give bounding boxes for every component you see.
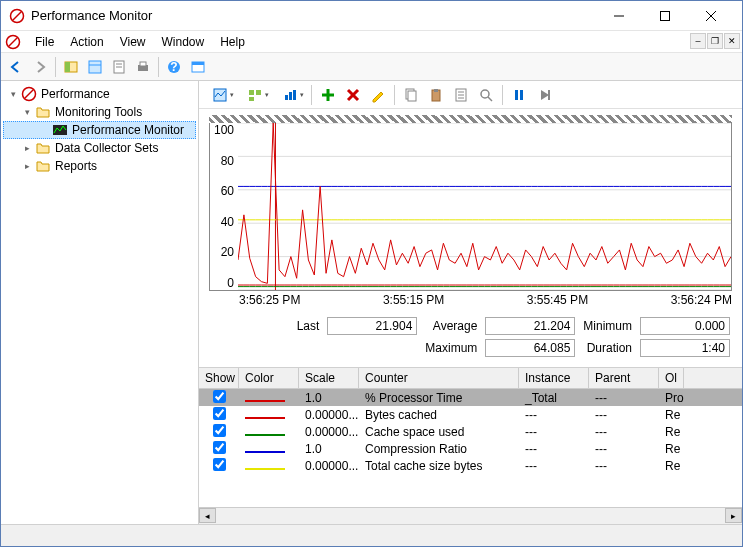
maximize-button[interactable] [642, 1, 688, 31]
folder-icon [35, 158, 51, 174]
performance-chart[interactable]: 100 80 60 40 20 0 [209, 123, 732, 291]
scroll-left-button[interactable]: ◂ [199, 508, 216, 523]
hdr-parent[interactable]: Parent [589, 368, 659, 388]
scale-cell: 1.0 [299, 390, 359, 406]
svg-rect-26 [256, 90, 261, 95]
tree-label: Data Collector Sets [55, 141, 158, 155]
parent-cell: --- [589, 458, 659, 474]
table-row[interactable]: 1.0% Processor Time_Total---Pro [199, 389, 742, 406]
tree-label: Performance [41, 87, 110, 101]
show-checkbox[interactable] [213, 458, 226, 471]
expand-icon[interactable]: ▸ [21, 142, 33, 154]
scale-cell: 0.00000... [299, 407, 359, 423]
scale-cell: 1.0 [299, 441, 359, 457]
menu-action[interactable]: Action [62, 32, 111, 52]
show-hide-tree-button[interactable] [60, 56, 82, 78]
chart-wrap: 100 80 60 40 20 0 3:56:25 PM 3:55:15 PM … [199, 109, 742, 309]
menu-window[interactable]: Window [154, 32, 213, 52]
scroll-right-button[interactable]: ▸ [725, 508, 742, 523]
tree-panel[interactable]: ▾ Performance ▾ Monitoring Tools Perform… [1, 81, 199, 524]
horizontal-scrollbar[interactable]: ◂ ▸ [199, 507, 742, 524]
status-bar [1, 524, 742, 546]
max-label: Maximum [425, 341, 477, 355]
freeze-button[interactable] [507, 83, 531, 107]
back-button[interactable] [5, 56, 27, 78]
last-label: Last [297, 319, 320, 333]
graph-type-button[interactable] [273, 83, 307, 107]
mdi-minimize-button[interactable]: – [690, 33, 706, 49]
chart-panel: 100 80 60 40 20 0 3:56:25 PM 3:55:15 PM … [199, 81, 742, 524]
hdr-color[interactable]: Color [239, 368, 299, 388]
table-row[interactable]: 1.0Compression Ratio------Re [199, 440, 742, 457]
tree-root-performance[interactable]: ▾ Performance [3, 85, 196, 103]
app-icon [9, 8, 25, 24]
print-button[interactable] [132, 56, 154, 78]
table-row[interactable]: 0.00000...Bytes cached------Re [199, 406, 742, 423]
menu-view[interactable]: View [112, 32, 154, 52]
main-area: ▾ Performance ▾ Monitoring Tools Perform… [1, 81, 742, 524]
hdr-object[interactable]: Ol [659, 368, 684, 388]
new-window-button[interactable] [187, 56, 209, 78]
svg-rect-46 [520, 90, 523, 100]
update-button[interactable] [532, 83, 556, 107]
forward-button[interactable] [29, 56, 51, 78]
counter-cell: Bytes cached [359, 407, 519, 423]
show-checkbox[interactable] [213, 441, 226, 454]
max-value: 64.085 [485, 339, 575, 357]
y-axis: 100 80 60 40 20 0 [210, 123, 238, 290]
hdr-counter[interactable]: Counter [359, 368, 519, 388]
counters-table: Show Color Scale Counter Instance Parent… [199, 367, 742, 524]
show-checkbox[interactable] [213, 424, 226, 437]
table-row[interactable]: 0.00000...Total cache size bytes------Re [199, 457, 742, 474]
view-log-button[interactable] [203, 83, 237, 107]
hdr-scale[interactable]: Scale [299, 368, 359, 388]
svg-rect-28 [285, 95, 288, 100]
tree-data-collector-sets[interactable]: ▸ Data Collector Sets [3, 139, 196, 157]
properties-button[interactable] [84, 56, 106, 78]
expand-icon[interactable]: ▸ [21, 160, 33, 172]
object-cell: Re [659, 407, 684, 423]
chart-toolbar [199, 81, 742, 109]
avg-value: 21.204 [485, 317, 575, 335]
instance-cell: --- [519, 407, 589, 423]
collapse-icon[interactable]: ▾ [21, 106, 33, 118]
tree-reports[interactable]: ▸ Reports [3, 157, 196, 175]
svg-rect-29 [289, 92, 292, 100]
table-row[interactable]: 0.00000...Cache space used------Re [199, 423, 742, 440]
minimize-button[interactable] [596, 1, 642, 31]
show-checkbox[interactable] [213, 390, 226, 403]
close-button[interactable] [688, 1, 734, 31]
menu-file[interactable]: File [27, 32, 62, 52]
window-title: Performance Monitor [31, 8, 596, 23]
collapse-icon[interactable]: ▾ [7, 88, 19, 100]
properties-button[interactable] [449, 83, 473, 107]
last-value: 21.904 [327, 317, 417, 335]
delete-button[interactable] [341, 83, 365, 107]
show-checkbox[interactable] [213, 407, 226, 420]
paste-button[interactable] [424, 83, 448, 107]
export-button[interactable] [108, 56, 130, 78]
hdr-show[interactable]: Show [199, 368, 239, 388]
highlight-button[interactable] [366, 83, 390, 107]
object-cell: Re [659, 424, 684, 440]
avg-label: Average [425, 319, 477, 333]
mdi-close-button[interactable]: ✕ [724, 33, 740, 49]
tree-monitoring-tools[interactable]: ▾ Monitoring Tools [3, 103, 196, 121]
folder-icon [35, 140, 51, 156]
chart-icon [52, 122, 68, 138]
counter-cell: % Processor Time [359, 390, 519, 406]
mdi-controls: – ❐ ✕ [690, 33, 740, 49]
parent-cell: --- [589, 390, 659, 406]
tree-performance-monitor[interactable]: Performance Monitor [3, 121, 196, 139]
svg-text:?: ? [170, 60, 177, 74]
zoom-button[interactable] [474, 83, 498, 107]
menu-help[interactable]: Help [212, 32, 253, 52]
view-type-button[interactable] [238, 83, 272, 107]
copy-button[interactable] [399, 83, 423, 107]
add-button[interactable] [316, 83, 340, 107]
table-body: 1.0% Processor Time_Total---Pro0.00000..… [199, 389, 742, 507]
hdr-instance[interactable]: Instance [519, 368, 589, 388]
help-button[interactable]: ? [163, 56, 185, 78]
mdi-restore-button[interactable]: ❐ [707, 33, 723, 49]
object-cell: Pro [659, 390, 684, 406]
